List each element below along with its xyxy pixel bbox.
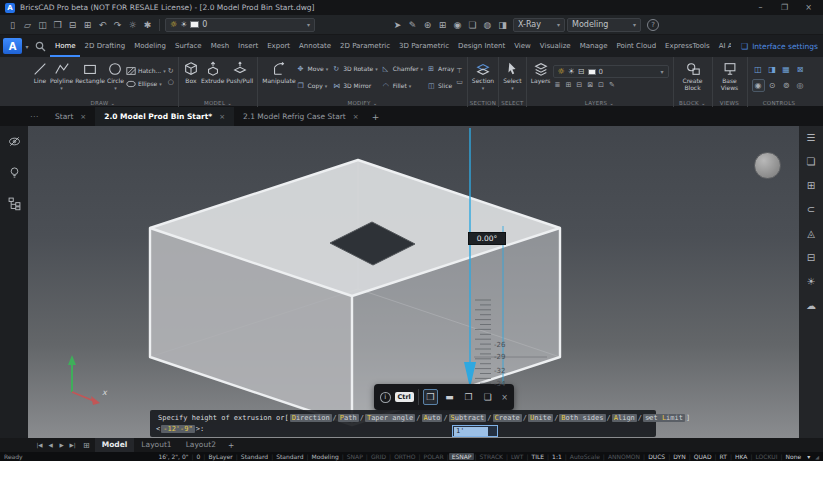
command-option-taper-angle[interactable]: Taper angle xyxy=(365,414,415,422)
layout-tab-layout2[interactable]: Layout2 xyxy=(179,438,223,452)
modify-item-3d-rotate[interactable]: ↻3D Rotate▾ xyxy=(333,60,378,77)
layer-quick-dropdown[interactable]: ☼ ☀ 0 ▾ xyxy=(165,18,315,32)
close-tab-icon[interactable]: × xyxy=(80,113,86,121)
panel-label-select[interactable]: SELECT xyxy=(499,100,526,106)
command-option-subtract[interactable]: Subtract xyxy=(449,414,487,422)
close-tab-icon[interactable]: × xyxy=(353,113,359,121)
tab-visualize[interactable]: Visualize xyxy=(535,35,575,57)
interface-settings-button[interactable]: ❏ Interface settings xyxy=(741,35,818,57)
status-toggle-ducs[interactable]: DUCS xyxy=(645,453,668,460)
cloud-panel-icon[interactable]: ☁ xyxy=(806,300,816,311)
status-toggle-snap[interactable]: SNAP xyxy=(344,453,366,460)
command-option-align[interactable]: Align xyxy=(612,414,637,422)
workspace-dropdown[interactable]: Modeling ▾ xyxy=(567,18,641,32)
base-views-button[interactable]: Base Views xyxy=(717,59,743,91)
light-panel-icon[interactable]: ☀ xyxy=(807,276,816,287)
status-coordinates[interactable]: 16', 2", 0" xyxy=(155,453,191,460)
tab-surface[interactable]: Surface xyxy=(170,35,206,57)
status-toggle-1-1[interactable]: 1:1 xyxy=(549,453,565,460)
status-toggle-esnap[interactable]: ESNAP xyxy=(449,453,475,460)
print-preview-icon[interactable]: ⊞ xyxy=(81,18,94,32)
status-toggle-dyn[interactable]: DYN xyxy=(670,453,688,460)
extrude-unite-mode-icon[interactable]: ❏ xyxy=(480,389,495,405)
tab-manage[interactable]: Manage xyxy=(575,35,612,57)
panel-label-layers[interactable]: LAYERS ⌄ xyxy=(527,100,673,106)
command-option-both-sides[interactable]: Both sides xyxy=(559,414,605,422)
doc-tab-2-1-model-refrig-case-start[interactable]: 2.1 Model Refrig Case Start× xyxy=(234,107,368,126)
command-line[interactable]: Specify height of extrusion or [ Directi… xyxy=(150,410,656,437)
control-grid-icon[interactable]: ▦ xyxy=(782,65,790,74)
control-navball-icon[interactable]: ◉ xyxy=(752,79,765,92)
status-toggle-hka[interactable]: HKA xyxy=(732,453,750,460)
doc-tab-start[interactable]: Start× xyxy=(46,107,95,126)
lightbulb-icon[interactable] xyxy=(7,165,22,184)
tab-mesh[interactable]: Mesh xyxy=(206,35,233,57)
layer-lock-icon[interactable]: ⊠ xyxy=(587,81,593,89)
rotate-tool-icon[interactable]: ↻ xyxy=(168,68,174,75)
layout-nav-3[interactable]: ▶| xyxy=(67,442,78,448)
status-field-modeling[interactable]: Modeling xyxy=(308,453,341,460)
status-field-standard[interactable]: Standard xyxy=(238,453,271,460)
navigation-ball[interactable] xyxy=(754,152,781,179)
snap-icon[interactable]: ⊛ xyxy=(421,18,434,32)
panel-label-controls[interactable]: CONTROLS xyxy=(748,100,811,106)
sheet-set-icon[interactable]: ❏ xyxy=(466,18,479,32)
close-tab-icon[interactable]: × xyxy=(219,113,225,121)
layout-nav-0[interactable]: |◀ xyxy=(34,442,45,448)
minimize-button[interactable]: – xyxy=(751,0,770,15)
layers-button[interactable]: Layers xyxy=(531,59,551,85)
status-toggle-lockui[interactable]: LOCKUI xyxy=(752,453,780,460)
status-toggle-lwt[interactable]: LWT xyxy=(508,453,526,460)
application-menu-button[interactable]: A xyxy=(3,38,22,54)
undo-icon[interactable]: ↶ xyxy=(96,18,109,32)
panel-label-draw[interactable]: DRAW ⌄ xyxy=(28,100,178,106)
info-icon[interactable]: i xyxy=(380,392,391,403)
tab-ai-assist[interactable]: AI Assist xyxy=(714,35,731,57)
redo-icon[interactable]: ↷ xyxy=(111,18,124,32)
command-option-auto[interactable]: Auto xyxy=(422,414,443,422)
control-ucs-icon[interactable]: ◫ xyxy=(754,65,762,74)
select-button[interactable]: Select ▾ xyxy=(503,59,522,90)
render-materials-icon[interactable]: ◬ xyxy=(807,228,815,239)
point-tool-icon[interactable]: ○ xyxy=(168,79,174,86)
maximize-button[interactable]: ❐ xyxy=(775,0,794,15)
box-button[interactable]: Box xyxy=(183,59,199,85)
status-toggle-ortho[interactable]: ORTHO xyxy=(391,453,418,460)
settings-icon[interactable]: ✱ xyxy=(141,18,154,32)
viewport[interactable]: 0.00° x i Ctrl ❒ ▬ ❐ ❏ × Specify height … xyxy=(28,126,799,438)
control-perspective-icon[interactable]: ◎ xyxy=(797,81,804,90)
trim-tool-icon[interactable]: ▭ xyxy=(456,79,463,86)
structure-panel-icon[interactable] xyxy=(7,196,22,215)
tab-export[interactable]: Export xyxy=(263,35,295,57)
status-toggle-grid[interactable]: GRID xyxy=(368,453,389,460)
panel-label-modify[interactable]: MODIFY ⌄ xyxy=(258,100,467,106)
ellipse-button[interactable]: Ellipse ▾ xyxy=(126,79,166,89)
sketch-icon[interactable]: ✎ xyxy=(406,18,419,32)
command-history-expand-icon[interactable]: ▴ xyxy=(647,413,651,420)
help-icon[interactable]: ? xyxy=(647,19,659,31)
close-icon[interactable]: × xyxy=(501,393,508,402)
modify-item-chamfer[interactable]: ◺Chamfer▾ xyxy=(383,60,423,77)
extrude-subtract-mode-icon[interactable]: ❐ xyxy=(461,389,476,405)
extrude-button[interactable]: Extrude xyxy=(201,59,224,85)
status-field-0[interactable]: 0 xyxy=(194,453,204,460)
control-compass-icon[interactable]: ⊙ xyxy=(769,81,776,90)
command-option-path[interactable]: Path xyxy=(338,414,359,422)
layer-dropdown[interactable]: ☼ ☀ ⊟ 0 ▾ xyxy=(553,65,669,78)
modify-item-array[interactable]: ⊞Array xyxy=(428,60,454,77)
tab-home[interactable]: Home xyxy=(50,35,80,57)
tab-overflow-icon[interactable]: ⋯ xyxy=(30,112,38,121)
explode-tool-icon[interactable]: ⊤ xyxy=(456,68,463,75)
cursor-icon[interactable]: ➤ xyxy=(391,18,404,32)
modify-item-move[interactable]: ✥Move▾ xyxy=(298,60,329,77)
properties-sliders-icon[interactable]: ☰ xyxy=(807,132,816,143)
command-option-unite[interactable]: Unite xyxy=(528,414,553,422)
modify-item-slice[interactable]: ◫Slice xyxy=(428,77,454,94)
line-button[interactable]: Line xyxy=(32,59,48,85)
layout-tab-layout1[interactable]: Layout1 xyxy=(134,438,178,452)
panel-label-section[interactable]: SECTION xyxy=(468,100,498,106)
status-toggle-quad[interactable]: QUAD xyxy=(691,453,715,460)
manipulate-button[interactable]: Manipulate xyxy=(262,59,295,85)
layer-edit-icon[interactable]: ✎ xyxy=(609,81,615,89)
push-pull-button[interactable]: Push/Pull xyxy=(226,59,253,85)
